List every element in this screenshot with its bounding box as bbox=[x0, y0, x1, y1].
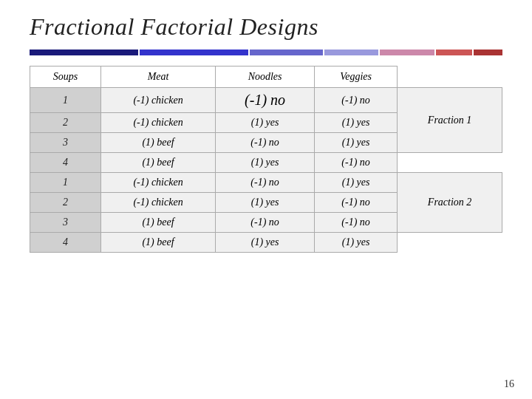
veggies-cell: (1) yes bbox=[314, 233, 397, 253]
color-bar-segment-1 bbox=[30, 50, 138, 55]
header-soups: Soups bbox=[30, 66, 101, 88]
veggies-cell: (-1) no bbox=[314, 153, 397, 173]
table-row: 4 (1) beef (1) yes (-1) no bbox=[30, 153, 502, 173]
noodles-cell: (-1) no bbox=[216, 133, 315, 153]
table-row: 1 (-1) chicken (-1) no (-1) no Fraction … bbox=[30, 88, 502, 113]
meat-cell: (1) beef bbox=[100, 213, 215, 233]
veggies-cell: (1) yes bbox=[314, 173, 397, 193]
color-bar-segment-4 bbox=[324, 50, 379, 55]
header-fraction bbox=[398, 66, 502, 88]
header-meat: Meat bbox=[100, 66, 215, 88]
row-num: 4 bbox=[30, 233, 101, 253]
veggies-cell: (-1) no bbox=[314, 193, 397, 213]
color-bar-segment-7 bbox=[474, 50, 502, 55]
color-bar-segment-3 bbox=[250, 50, 322, 55]
row-num: 1 bbox=[30, 88, 101, 113]
title-area: Fractional Factorial Designs bbox=[0, 0, 532, 45]
page-title: Fractional Factorial Designs bbox=[30, 13, 502, 41]
meat-cell: (-1) chicken bbox=[100, 173, 215, 193]
noodles-cell: (-1) no bbox=[216, 88, 315, 113]
color-bar-segment-6 bbox=[436, 50, 472, 55]
veggies-cell: (1) yes bbox=[314, 113, 397, 133]
page-number: 16 bbox=[504, 378, 514, 390]
row-num: 4 bbox=[30, 153, 101, 173]
veggies-cell: (1) yes bbox=[314, 133, 397, 153]
fraction-cell-f2r4 bbox=[398, 233, 502, 253]
fraction-cell-f1r1: Fraction 1 bbox=[398, 88, 502, 153]
meat-cell: (-1) chicken bbox=[100, 113, 215, 133]
color-bar bbox=[30, 50, 502, 55]
noodles-cell: (1) yes bbox=[216, 233, 315, 253]
row-num: 3 bbox=[30, 213, 101, 233]
meat-cell: (1) beef bbox=[100, 233, 215, 253]
veggies-cell: (-1) no bbox=[314, 88, 397, 113]
noodles-cell: (-1) no bbox=[216, 173, 315, 193]
header-veggies: Veggies bbox=[314, 66, 397, 88]
meat-cell: (-1) chicken bbox=[100, 88, 215, 113]
table-row: 4 (1) beef (1) yes (1) yes bbox=[30, 233, 502, 253]
row-num: 1 bbox=[30, 173, 101, 193]
table-wrapper: Soups Meat Noodles Veggies 1 (-1) chicke… bbox=[0, 66, 532, 253]
fraction-cell-f2r1: Fraction 2 bbox=[398, 173, 502, 233]
meat-cell: (1) beef bbox=[100, 133, 215, 153]
table-row: 1 (-1) chicken (-1) no (1) yes Fraction … bbox=[30, 173, 502, 193]
color-bar-segment-5 bbox=[380, 50, 434, 55]
meat-cell: (1) beef bbox=[100, 153, 215, 173]
color-bar-segment-2 bbox=[140, 50, 248, 55]
noodles-cell: (1) yes bbox=[216, 113, 315, 133]
fraction-cell-f1r4 bbox=[398, 153, 502, 173]
row-num: 2 bbox=[30, 193, 101, 213]
row-num: 2 bbox=[30, 113, 101, 133]
main-table: Soups Meat Noodles Veggies 1 (-1) chicke… bbox=[30, 66, 502, 253]
noodles-cell: (-1) no bbox=[216, 213, 315, 233]
header-noodles: Noodles bbox=[216, 66, 315, 88]
row-num: 3 bbox=[30, 133, 101, 153]
noodles-cell: (1) yes bbox=[216, 193, 315, 213]
meat-cell: (-1) chicken bbox=[100, 193, 215, 213]
veggies-cell: (-1) no bbox=[314, 213, 397, 233]
noodles-cell: (1) yes bbox=[216, 153, 315, 173]
